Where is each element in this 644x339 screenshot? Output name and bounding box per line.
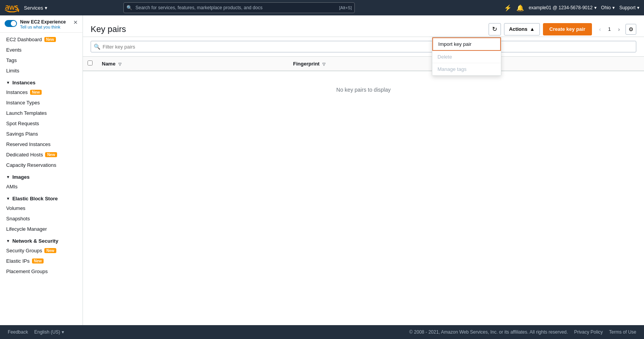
- sidebar-section-network-security[interactable]: ▼ Network & Security: [0, 234, 83, 245]
- sidebar-item-volumes[interactable]: Volumes: [0, 203, 83, 213]
- create-key-pair-button[interactable]: Create key pair: [543, 23, 592, 35]
- search-icon: 🔍: [126, 5, 132, 10]
- empty-state-message: No key pairs to display: [83, 71, 644, 108]
- sidebar-item-tags[interactable]: Tags: [0, 55, 83, 65]
- filter-input-wrap: 🔍: [91, 41, 636, 52]
- page-header: Key pairs ↻ Actions ▲ Import key pair: [83, 15, 644, 37]
- main-layout: New EC2 Experience Tell us what you thin…: [0, 15, 644, 325]
- sidebar-item-capacity-reservations[interactable]: Capacity Reservations: [0, 160, 83, 170]
- sidebar-item-events[interactable]: Events: [0, 45, 83, 55]
- sidebar-item-instances[interactable]: Instances New: [0, 87, 83, 97]
- table-header-row: Name ▽ Fingerprint ▽ ID ▽: [83, 57, 644, 71]
- sidebar-section-images[interactable]: ▼ Images: [0, 170, 83, 181]
- new-badge: New: [30, 90, 42, 95]
- sidebar-item-dedicated-hosts[interactable]: Dedicated Hosts New: [0, 149, 83, 160]
- table-body: No key pairs to display: [83, 71, 644, 108]
- sidebar-item-lifecycle-manager[interactable]: Lifecycle Manager: [0, 224, 83, 234]
- sidebar-item-snapshots[interactable]: Snapshots: [0, 213, 83, 224]
- empty-state-row: No key pairs to display: [83, 71, 644, 108]
- filter-input[interactable]: [91, 41, 636, 52]
- aws-logo[interactable]: [5, 3, 19, 12]
- sidebar-section-ebs[interactable]: ▼ Elastic Block Store: [0, 192, 83, 203]
- import-key-pair-item[interactable]: Import key pair: [432, 37, 501, 51]
- privacy-policy-link[interactable]: Privacy Policy: [574, 329, 603, 335]
- global-search-input[interactable]: [123, 2, 355, 13]
- id-column-header[interactable]: ID ▽: [480, 57, 644, 71]
- new-badge: New: [45, 152, 57, 157]
- sidebar-item-launch-templates[interactable]: Launch Templates: [0, 108, 83, 118]
- services-button[interactable]: Services ▾: [24, 5, 47, 11]
- key-pairs-table-container: Name ▽ Fingerprint ▽ ID ▽: [83, 57, 644, 325]
- copyright-text: © 2008 - 2021, Amazon Web Services, Inc.…: [409, 329, 568, 335]
- sidebar-section-instances[interactable]: ▼ Instances: [0, 76, 83, 87]
- sidebar-item-amis[interactable]: AMIs: [0, 181, 83, 192]
- top-navigation: Services ▾ 🔍 [Alt+S] ⚡ 🔔 example01 @ 123…: [0, 0, 644, 15]
- support-menu[interactable]: Support ▾: [619, 5, 639, 10]
- manage-tags-item: Manage tags: [432, 63, 501, 76]
- new-ec2-subtitle[interactable]: Tell us what you think: [20, 25, 66, 29]
- page-title: Key pairs: [91, 24, 126, 34]
- sidebar-item-instance-types[interactable]: Instance Types: [0, 97, 83, 108]
- filter-toolbar: 🔍: [83, 37, 644, 57]
- language-selector[interactable]: English (US) ▾: [34, 329, 64, 335]
- actions-dropdown-menu: Import key pair Delete Manage tags: [432, 37, 501, 76]
- next-page-button[interactable]: ›: [614, 24, 624, 34]
- fingerprint-sort-icon: ▽: [322, 62, 325, 66]
- new-badge: New: [32, 258, 44, 263]
- actions-dropdown-container: Actions ▲ Import key pair Delete Manage …: [504, 23, 540, 35]
- sidebar-item-reserved-instances[interactable]: Reserved Instances: [0, 139, 83, 149]
- prev-page-button[interactable]: ‹: [595, 24, 605, 34]
- name-column-header[interactable]: Name ▽: [97, 57, 288, 71]
- refresh-button[interactable]: ↻: [489, 23, 501, 35]
- settings-button[interactable]: ⚙: [625, 24, 636, 35]
- sidebar-item-placement-groups[interactable]: Placement Groups: [0, 266, 83, 277]
- page-number: 1: [607, 26, 612, 32]
- sidebar-item-security-groups[interactable]: Security Groups New: [0, 245, 83, 256]
- sidebar-item-elastic-ips[interactable]: Elastic IPs New: [0, 256, 83, 266]
- pagination-bar: ‹ 1 › ⚙: [595, 24, 636, 35]
- sidebar-item-savings-plans[interactable]: Savings Plans: [0, 129, 83, 139]
- new-ec2-close-button[interactable]: ✕: [73, 19, 78, 25]
- search-shortcut: [Alt+S]: [339, 5, 352, 10]
- filter-search-icon: 🔍: [94, 44, 100, 50]
- nav-right-section: ⚡ 🔔 example01 @ 1234-5678-9012 ▾ Ohio ▾ …: [504, 4, 639, 12]
- terms-of-use-link[interactable]: Terms of Use: [609, 329, 636, 335]
- select-all-checkbox[interactable]: [88, 60, 93, 65]
- account-menu[interactable]: example01 @ 1234-5678-9012 ▾: [529, 5, 597, 10]
- content-area: Key pairs ↻ Actions ▲ Import key pair: [83, 15, 644, 325]
- footer: Feedback English (US) ▾ © 2008 - 2021, A…: [0, 325, 644, 339]
- sidebar-item-ec2-dashboard[interactable]: EC2 Dashboard New: [0, 34, 83, 45]
- feedback-link[interactable]: Feedback: [8, 329, 28, 335]
- key-pairs-table: Name ▽ Fingerprint ▽ ID ▽: [83, 57, 644, 108]
- sidebar: New EC2 Experience Tell us what you thin…: [0, 15, 83, 325]
- name-sort-icon: ▽: [118, 62, 121, 66]
- cloud-shell-icon[interactable]: ⚡: [504, 4, 512, 12]
- new-ec2-title: New EC2 Experience: [20, 19, 66, 25]
- sidebar-navigation: EC2 Dashboard New Events Tags Limits ▼ I…: [0, 33, 83, 325]
- page-actions: ↻ Actions ▲ Import key pair Delete: [489, 23, 636, 35]
- new-ec2-toggle[interactable]: [5, 20, 17, 27]
- new-badge: New: [44, 37, 56, 42]
- region-menu[interactable]: Ohio ▾: [601, 5, 615, 10]
- new-ec2-banner: New EC2 Experience Tell us what you thin…: [0, 15, 83, 33]
- delete-item: Delete: [432, 51, 501, 63]
- select-all-header: [83, 57, 97, 71]
- sidebar-item-limits[interactable]: Limits: [0, 65, 83, 76]
- new-badge: New: [44, 248, 56, 253]
- actions-button[interactable]: Actions ▲: [504, 23, 540, 35]
- global-search-bar: 🔍 [Alt+S]: [123, 2, 355, 13]
- notifications-icon[interactable]: 🔔: [516, 4, 524, 12]
- sidebar-item-spot-requests[interactable]: Spot Requests: [0, 118, 83, 129]
